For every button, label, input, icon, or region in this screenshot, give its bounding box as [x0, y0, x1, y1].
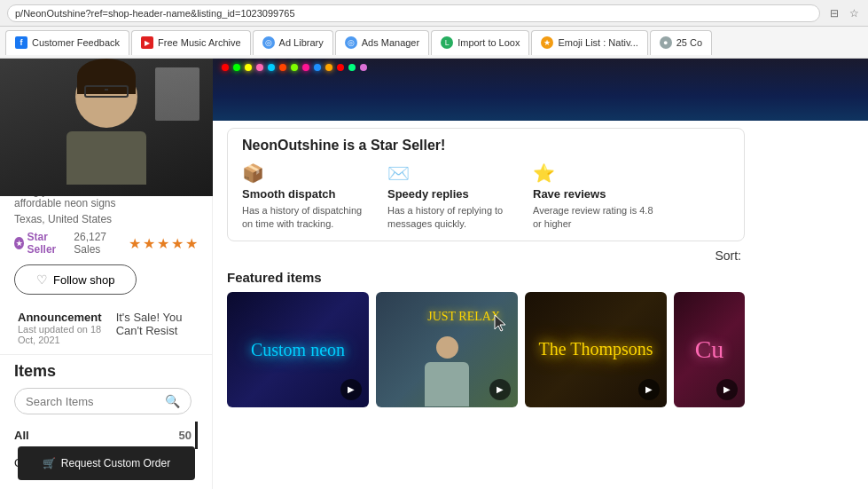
- facebook-icon: f: [15, 36, 27, 49]
- badge-speedy-replies: ✉️ Speedy replies Has a history of reply…: [387, 162, 512, 232]
- request-custom-order-button[interactable]: 🛒 Request Custom Order: [18, 446, 195, 480]
- light-red2: [337, 64, 344, 71]
- person-silhouette: [58, 66, 155, 190]
- stars-rating: ★ ★ ★ ★ ★: [129, 235, 198, 252]
- tab-ads-manager[interactable]: ◎ Ads Manager: [335, 30, 429, 55]
- star-seller-icon: ★: [14, 237, 24, 249]
- tab-emoji-list[interactable]: ★ Emoji List : Nativ...: [531, 30, 647, 55]
- badge-reply-label: Speedy replies: [387, 187, 512, 201]
- bedroom-person-head: [436, 336, 458, 359]
- tab-label: Ad Library: [279, 37, 324, 48]
- light-yellow: [245, 64, 252, 71]
- star-seller-label[interactable]: Star Seller: [27, 231, 67, 256]
- search-input[interactable]: [26, 395, 160, 408]
- tabs-bar: f Customer Feedback ▶ Free Music Archive…: [0, 27, 868, 59]
- light-orchid: [360, 64, 367, 71]
- tab-free-music[interactable]: ▶ Free Music Archive: [131, 30, 251, 55]
- badge-reply-icon-wrap: ✉️: [387, 162, 416, 184]
- featured-title: Featured items: [227, 270, 745, 285]
- badge-dispatch-desc: Has a history of dispatching on time wit…: [242, 204, 366, 232]
- tab-ad-library[interactable]: ◎ Ad Library: [253, 30, 333, 55]
- tab-import-loox[interactable]: L Import to Loox: [431, 30, 529, 55]
- shop-banner: [213, 59, 868, 121]
- light-red: [222, 64, 229, 71]
- badge-rave-reviews: ⭐ Rave reviews Average review rating is …: [533, 162, 657, 232]
- shop-stats: ★ Star Seller 26,127 Sales ★ ★ ★ ★ ★: [14, 231, 198, 256]
- items-grid: Custom neon ▶ JUST RELAX: [227, 292, 745, 407]
- url-bar[interactable]: p/NeonOutshine?ref=shop-header-name&list…: [7, 4, 820, 22]
- light-springgreen: [348, 64, 356, 71]
- url-text: p/NeonOutshine?ref=shop-header-name&list…: [15, 8, 295, 19]
- bedroom-neon-text: JUST RELAX: [427, 310, 500, 324]
- items-title: Items: [14, 362, 198, 381]
- filter-all-name: All: [14, 429, 29, 442]
- tab-label: Import to Loox: [457, 37, 520, 48]
- shop-location: Texas, United States: [14, 213, 198, 225]
- star-seller-panel-title: NeonOutshine is a Star Seller!: [242, 138, 730, 154]
- follow-shop-button[interactable]: ♡ Follow shop: [14, 264, 137, 295]
- play-button-2[interactable]: ▶: [638, 379, 660, 400]
- light-chartreuse: [291, 64, 298, 71]
- browser-bar: p/NeonOutshine?ref=shop-header-name&list…: [0, 0, 868, 27]
- person-glasses: [84, 85, 129, 98]
- announcement-info: Announcement Last updated on 18 Oct, 202…: [18, 311, 102, 345]
- announcement-date: Last updated on 18 Oct, 2021: [18, 324, 102, 345]
- main-content: CUSTOM NEON tshine Bring your name to li…: [0, 59, 868, 489]
- play-button-1[interactable]: ▶: [489, 379, 511, 400]
- filter-all[interactable]: All 50: [14, 422, 198, 449]
- cast-icon: ⊟: [827, 6, 841, 20]
- light-dodgerblue: [314, 64, 321, 71]
- webcam-person: [0, 59, 213, 196]
- light-green: [233, 64, 240, 71]
- sales-count: 26,127 Sales: [74, 231, 121, 256]
- sort-label[interactable]: Sort:: [715, 248, 741, 263]
- featured-section: Featured items Custom neon ▶: [213, 263, 759, 414]
- browser-icons: ⊟ ☆: [827, 6, 861, 20]
- star-seller-badges: 📦 Smooth dispatch Has a history of dispa…: [242, 162, 730, 232]
- filter-all-count: 50: [179, 429, 192, 442]
- sort-area: Sort:: [213, 245, 759, 263]
- item-card-1[interactable]: JUST RELAX ▶: [376, 292, 518, 407]
- item-card-3[interactable]: Cu ▶: [674, 292, 745, 407]
- badge-dispatch-label: Smooth dispatch: [242, 187, 366, 201]
- reply-icon: ✉️: [387, 162, 410, 184]
- item-card-2[interactable]: The Thompsons ▶: [525, 292, 667, 407]
- badge-reply-desc: Has a history of replying to messages qu…: [387, 204, 512, 232]
- item-card-0[interactable]: Custom neon ▶: [227, 292, 369, 407]
- announcement-text: It's Sale! You Can't Resist: [116, 311, 194, 337]
- announcement-bar: Announcement Last updated on 18 Oct, 202…: [0, 302, 212, 355]
- tab-25co[interactable]: ● 25 Co: [650, 30, 712, 55]
- webcam-overlay: [0, 59, 213, 196]
- badge-smooth-dispatch: 📦 Smooth dispatch Has a history of dispa…: [242, 162, 366, 232]
- search-box[interactable]: 🔍: [14, 388, 192, 414]
- bg-item: [155, 67, 199, 121]
- ad-library-icon: ◎: [262, 36, 275, 49]
- music-icon: ▶: [141, 36, 153, 49]
- banner-lights: [213, 59, 868, 76]
- badge-review-desc: Average review rating is 4.8 or higher: [533, 204, 657, 232]
- right-panel: NeonOutshine is a Star Seller! 📦 Smooth …: [213, 121, 759, 489]
- star-bookmark-icon[interactable]: ☆: [847, 6, 861, 20]
- tab-label: Free Music Archive: [158, 37, 241, 48]
- light-orange: [279, 64, 286, 71]
- badge-review-icon-wrap: ⭐: [533, 162, 561, 184]
- search-icon: 🔍: [165, 394, 180, 408]
- play-button-3[interactable]: ▶: [716, 379, 738, 400]
- light-pink: [256, 64, 263, 71]
- light-amber: [325, 64, 332, 71]
- tab-25co-icon: ●: [660, 36, 672, 49]
- dispatch-icon: 📦: [242, 162, 264, 184]
- ads-manager-icon: ◎: [345, 36, 357, 49]
- person-head: [75, 66, 137, 128]
- review-icon: ⭐: [533, 162, 555, 184]
- loox-icon: L: [441, 36, 453, 49]
- person-body: [66, 131, 146, 185]
- badge-dispatch-icon-wrap: 📦: [242, 162, 270, 184]
- tab-label: Customer Feedback: [32, 37, 120, 48]
- custom-order-icon: 🛒: [43, 457, 56, 469]
- tab-label: 25 Co: [676, 37, 702, 48]
- badge-review-label: Rave reviews: [533, 187, 657, 201]
- item-card-text-0: Custom neon: [251, 339, 345, 360]
- tab-customer-feedback[interactable]: f Customer Feedback: [5, 30, 129, 55]
- play-button-0[interactable]: ▶: [340, 379, 362, 400]
